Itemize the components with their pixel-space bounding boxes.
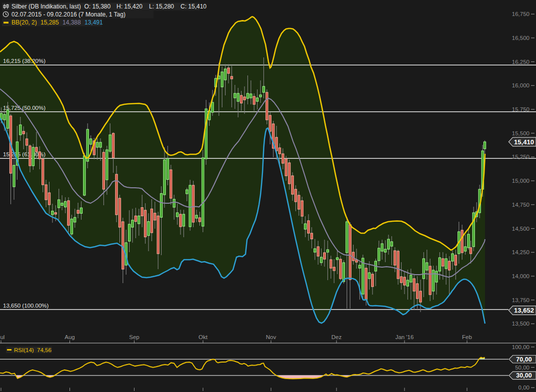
svg-text:BB(20, 2): BB(20, 2) [12, 19, 37, 26]
svg-text:14,000: 14,000 [512, 273, 530, 279]
svg-text:Feb: Feb [462, 334, 472, 340]
svg-text:70,00: 70,00 [516, 356, 532, 363]
svg-text:Okt: Okt [198, 334, 208, 340]
svg-text:L: 15,280: L: 15,280 [149, 3, 174, 10]
svg-text:16,750: 16,750 [512, 11, 530, 17]
svg-text:15,000: 15,000 [512, 178, 530, 184]
svg-text:13,491: 13,491 [84, 19, 103, 26]
svg-text:14,388: 14,388 [62, 19, 81, 26]
svg-text:14,750: 14,750 [512, 202, 530, 208]
svg-text:14,500: 14,500 [512, 226, 530, 232]
svg-text:Sep: Sep [129, 334, 139, 340]
svg-text:30,00: 30,00 [516, 372, 532, 379]
svg-text:16,500: 16,500 [512, 35, 530, 41]
svg-text:16,000: 16,000 [512, 82, 530, 88]
svg-text:Nov: Nov [266, 334, 276, 340]
svg-text:13,500: 13,500 [512, 321, 530, 327]
svg-text:13,652: 13,652 [514, 307, 534, 314]
svg-text:C: 15,410: C: 15,410 [180, 3, 206, 10]
svg-text:13,650 (100.00%): 13,650 (100.00%) [3, 303, 49, 309]
svg-text:14,250: 14,250 [512, 249, 530, 255]
svg-text:15,285: 15,285 [40, 19, 59, 26]
svg-text:15,725 (50.00%): 15,725 (50.00%) [3, 105, 46, 111]
svg-text:15,500: 15,500 [512, 130, 530, 136]
svg-text:Aug: Aug [64, 334, 74, 340]
svg-text:13,750: 13,750 [512, 297, 530, 303]
svg-text:0,00: 0,00 [518, 385, 530, 391]
svg-text:15,250: 15,250 [512, 154, 530, 160]
svg-text:Silber (DB Indikation, last): Silber (DB Indikation, last) [12, 3, 81, 10]
svg-text:02.07.2015 - 09.02.2016 (7 Mon: 02.07.2015 - 09.02.2016 (7 Monate, 1 Tag… [12, 11, 126, 18]
svg-text:100,00: 100,00 [512, 344, 530, 350]
svg-text:Dez: Dez [332, 334, 342, 340]
svg-text:50,00: 50,00 [515, 365, 530, 371]
svg-text:16,215 (38.20%): 16,215 (38.20%) [3, 58, 46, 64]
svg-text:15,750: 15,750 [512, 106, 530, 112]
svg-text:16,250: 16,250 [512, 59, 530, 65]
svg-text:O: 15,380: O: 15,380 [84, 3, 111, 10]
svg-text:Jul: Jul [0, 334, 4, 340]
svg-text:15,410: 15,410 [514, 138, 534, 146]
svg-text:H: 15,420: H: 15,420 [116, 3, 142, 10]
svg-text:RSI(14) 74,56: RSI(14) 74,56 [14, 347, 52, 353]
svg-text:Jan '16: Jan '16 [396, 334, 414, 340]
